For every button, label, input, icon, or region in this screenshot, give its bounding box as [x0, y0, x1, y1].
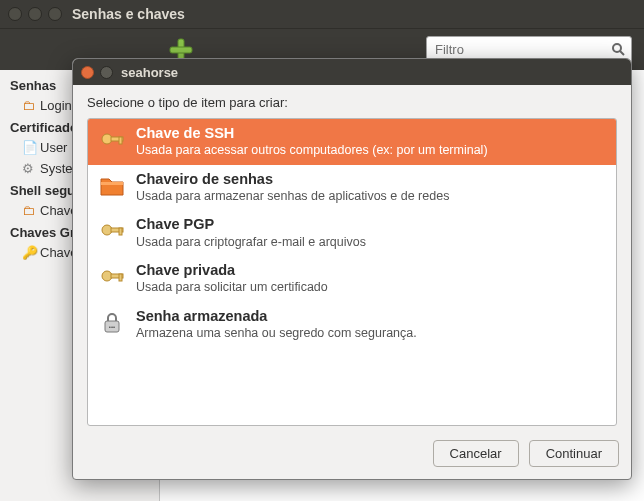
- option-ssh-key[interactable]: Chave de SSH Usada para acessar outros c…: [88, 119, 616, 165]
- dialog-title: seahorse: [121, 65, 178, 80]
- gear-icon: ⚙: [22, 161, 36, 176]
- option-title: Chaveiro de senhas: [136, 171, 449, 188]
- option-desc: Usada para criptografar e-mail e arquivo…: [136, 234, 366, 250]
- minimize-icon[interactable]: [100, 66, 113, 79]
- continue-button[interactable]: Continuar: [529, 440, 619, 467]
- option-title: Senha armazenada: [136, 308, 417, 325]
- minimize-icon[interactable]: [28, 7, 42, 21]
- svg-rect-7: [101, 182, 123, 185]
- maximize-icon[interactable]: [48, 7, 62, 21]
- svg-rect-6: [119, 137, 122, 144]
- close-icon[interactable]: [8, 7, 22, 21]
- dialog-prompt: Selecione o tipo de item para criar:: [87, 95, 617, 110]
- create-item-dialog: seahorse Selecione o tipo de item para c…: [72, 58, 632, 480]
- option-pgp-key[interactable]: Chave PGP Usada para criptografar e-mail…: [88, 210, 616, 256]
- folder-icon: 🗀: [22, 98, 36, 113]
- lock-icon: •••: [98, 308, 126, 336]
- option-title: Chave de SSH: [136, 125, 488, 142]
- certificate-icon: 📄: [22, 140, 36, 155]
- option-stored-pass[interactable]: ••• Senha armazenada Armazena uma senha …: [88, 302, 616, 348]
- window-title: Senhas e chaves: [72, 6, 185, 22]
- main-titlebar: Senhas e chaves: [0, 0, 644, 28]
- option-desc: Usada para armazenar senhas de aplicativ…: [136, 188, 449, 204]
- option-desc: Armazena uma senha ou segredo com segura…: [136, 325, 417, 341]
- close-icon[interactable]: [81, 66, 94, 79]
- dialog-buttons: Cancelar Continuar: [73, 432, 631, 479]
- key-icon: [98, 216, 126, 244]
- option-desc: Usada para acessar outros computadores (…: [136, 142, 488, 158]
- option-keyring[interactable]: Chaveiro de senhas Usada para armazenar …: [88, 165, 616, 211]
- key-icon: 🔑: [22, 245, 36, 260]
- key-icon: [98, 262, 126, 290]
- svg-rect-1: [170, 47, 192, 53]
- svg-rect-10: [119, 228, 122, 235]
- svg-text:•••: •••: [109, 324, 115, 330]
- option-title: Chave privada: [136, 262, 328, 279]
- options-list: Chave de SSH Usada para acessar outros c…: [87, 118, 617, 426]
- option-private-key[interactable]: Chave privada Usada para solicitar um ce…: [88, 256, 616, 302]
- key-icon: [98, 125, 126, 153]
- folder-icon: [98, 171, 126, 199]
- cancel-button[interactable]: Cancelar: [433, 440, 519, 467]
- dialog-titlebar: seahorse: [73, 59, 631, 85]
- folder-icon: 🗀: [22, 203, 36, 218]
- svg-rect-13: [119, 274, 122, 281]
- option-desc: Usada para solicitar um certificado: [136, 279, 328, 295]
- dialog-body: Selecione o tipo de item para criar: Cha…: [73, 85, 631, 432]
- window-controls: [8, 7, 62, 21]
- option-title: Chave PGP: [136, 216, 366, 233]
